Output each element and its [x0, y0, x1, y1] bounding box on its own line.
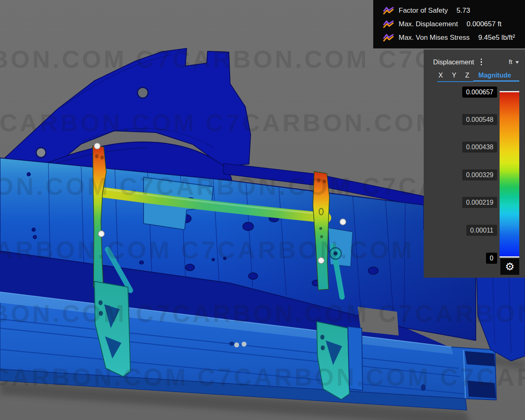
legend-title: Displacement [433, 58, 474, 66]
legend-header: Displacement ft ▼ [424, 57, 525, 67]
displacement-legend-panel: Displacement ft ▼ X Y Z Magnitude 0.0006… [424, 50, 525, 278]
legend-tick: 0.000438 [462, 142, 497, 153]
fender-hole [137, 87, 148, 98]
legend-tick: 0.000548 [462, 114, 497, 125]
result-row-max-von-mises: Max. Von Mises Stress 9.45e5 lb/ft² [382, 33, 525, 43]
result-value: 0.000657 ft [467, 20, 502, 28]
result-label: Factor of Safety [399, 7, 448, 15]
gear-icon: ⚙ [505, 261, 514, 272]
results-zigzag-icon [382, 6, 395, 16]
legend-tick: 0.000219 [462, 197, 497, 208]
results-summary-panel: Factor of Safety 5.73 Max. Displacement … [373, 0, 525, 48]
result-row-factor-of-safety: Factor of Safety 5.73 [382, 6, 525, 16]
legend-settings-button[interactable]: ⚙ [500, 258, 519, 275]
unit-dropdown[interactable]: ft ▼ [509, 58, 519, 66]
tab-y[interactable]: Y [452, 72, 457, 82]
kebab-menu-icon[interactable] [479, 57, 484, 67]
unit-label: ft [509, 58, 512, 66]
watermark-text: C7CARBON.COM C7CARBON.COM C7CARBON.COM C… [0, 363, 525, 391]
legend-max-input[interactable]: 0.000657 [462, 87, 497, 98]
tabs-underline [437, 81, 473, 82]
legend-min-input[interactable]: 0 [486, 253, 497, 264]
results-zigzag-icon [382, 33, 395, 43]
tab-x[interactable]: X [438, 72, 443, 82]
tab-z[interactable]: Z [465, 72, 469, 82]
results-zigzag-icon [382, 19, 395, 29]
legend-tick: 0.000329 [462, 169, 497, 180]
result-row-max-displacement: Max. Displacement 0.000657 ft [382, 19, 525, 29]
legend-colorbar [500, 91, 519, 258]
chevron-down-icon: ▼ [514, 60, 520, 64]
watermark-text: C7CARBON.COM C7CARBON.COM C7CARBON.COM C… [0, 300, 525, 327]
result-value: 9.45e5 lb/ft² [478, 34, 515, 42]
result-value: 5.73 [457, 7, 470, 15]
result-label: Max. Displacement [399, 20, 458, 28]
legend-tick: 0.00011 [466, 225, 497, 236]
active-tab-underline [473, 80, 519, 82]
result-label: Max. Von Mises Stress [399, 34, 470, 42]
